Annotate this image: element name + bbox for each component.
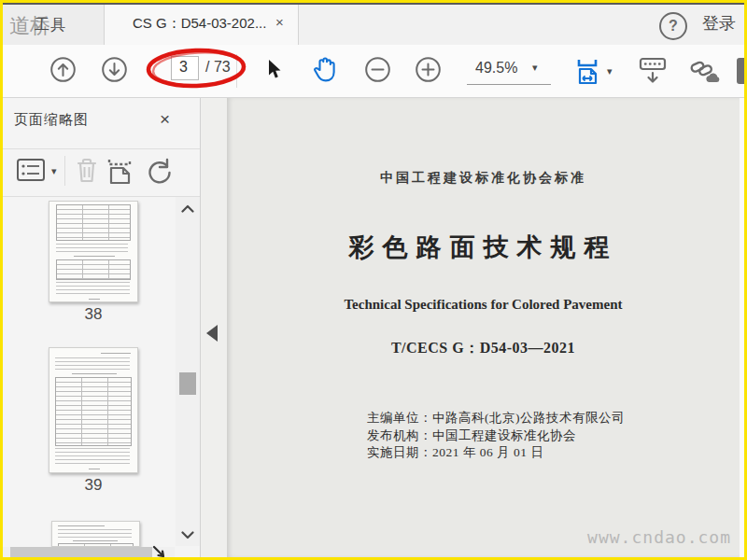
- zoom-in-button[interactable]: [415, 56, 442, 87]
- thumbnail-table-graphic: [55, 377, 132, 446]
- document-page: 中国工程建设标准化协会标准 彩色路面技术规程 Technical Specifi…: [227, 98, 740, 557]
- chevron-down-icon: ▾: [532, 62, 538, 74]
- document-tab-bar: 道桥 工具 CS G：D54-03-202... × ? 登录: [3, 5, 744, 45]
- thumbnail-text-graphic: [56, 244, 128, 252]
- delete-pages-button[interactable]: [74, 156, 100, 189]
- select-tool-button[interactable]: [267, 59, 283, 83]
- zoom-level-value: 49.5%: [475, 60, 517, 77]
- link-cloud-icon: [689, 57, 721, 85]
- fit-width-icon: [572, 55, 604, 87]
- thumbnail-table-graphic: [56, 204, 131, 241]
- zoom-out-button[interactable]: [364, 56, 391, 87]
- implementation-date-line: 实施日期：2021 年 06 月 01 日: [367, 444, 543, 461]
- tools-tab-label: 工具: [35, 16, 66, 35]
- thumbnail-text-graphic: [55, 448, 130, 465]
- main-toolbar: 3 / 73 49.5% ▾: [3, 45, 744, 98]
- cursor-arrow-icon: [267, 59, 283, 79]
- scroll-down-icon[interactable]: [181, 531, 194, 539]
- next-page-button[interactable]: [101, 56, 128, 87]
- mouse-cursor-icon: [152, 545, 167, 560]
- thumbnail-text-graphic: [55, 357, 130, 370]
- association-standard-line: 中国工程建设标准化协会标准: [227, 170, 740, 187]
- thumbnail-page-38[interactable]: [49, 201, 138, 302]
- rotate-counterclockwise-icon: [145, 158, 173, 186]
- thumbnail-label: 39: [49, 476, 138, 495]
- extract-page-icon: [104, 156, 139, 186]
- rotate-pages-button[interactable]: [145, 158, 173, 189]
- thumbnail-caption-graphic: [74, 256, 115, 257]
- page-display-mode-button[interactable]: [572, 55, 604, 91]
- page-number-annotation-ellipse: [143, 48, 255, 92]
- thumbnail-page-39[interactable]: [49, 347, 138, 473]
- help-button[interactable]: ?: [659, 12, 687, 40]
- trash-icon: [74, 156, 100, 186]
- thumbnail-caption-graphic: [72, 373, 117, 374]
- dock-toolbar-button[interactable]: [638, 57, 668, 89]
- toolbar-separator: [236, 54, 237, 88]
- thumbnail-text-graphic: [56, 282, 130, 297]
- acrobat-window: 道桥 工具 CS G：D54-03-202... × ? 登录 3 / 73: [0, 0, 747, 560]
- scroll-up-icon[interactable]: [181, 204, 194, 213]
- thumbnails-horizontal-scrollbar[interactable]: [3, 547, 175, 558]
- standard-code: T/CECS G：D54-03—2021: [227, 339, 740, 358]
- list-options-icon: [16, 157, 48, 183]
- chevron-down-icon[interactable]: ▾: [51, 165, 57, 177]
- divider: [3, 148, 200, 149]
- tab-tools[interactable]: 道桥 工具: [3, 5, 104, 45]
- document-title-english: Technical Specifications for Colored Pav…: [227, 297, 740, 313]
- zoom-level-dropdown[interactable]: 49.5% ▾: [467, 54, 551, 85]
- thumbnail-label: 38: [49, 305, 138, 324]
- toolbar-separator: [64, 156, 65, 186]
- document-tab-title: CS G：D54-03-202...: [133, 15, 266, 33]
- extract-pages-button[interactable]: [104, 156, 139, 189]
- share-link-button[interactable]: [689, 57, 721, 89]
- chief-editor-line: 主编单位：中路高科(北京)公路技术有限公司: [367, 410, 625, 427]
- hand-tool-button[interactable]: [312, 56, 337, 88]
- keyboard-download-icon: [638, 57, 668, 85]
- panel-title: 页面缩略图: [14, 111, 89, 129]
- thumbnail-pagenum-graphic: [89, 469, 100, 469]
- minus-circle-icon: [364, 56, 391, 83]
- close-tab-icon[interactable]: ×: [275, 14, 284, 30]
- hand-pan-icon: [312, 56, 337, 84]
- thumbnail-caption-graphic: [73, 540, 118, 541]
- divider: [3, 196, 200, 197]
- thumbnail-header-graphic: [101, 353, 131, 354]
- collapse-panel-handle[interactable]: [206, 325, 218, 342]
- sign-in-link[interactable]: 登录: [702, 12, 736, 35]
- publisher-line: 发布机构：中国工程建设标准化协会: [367, 427, 576, 444]
- page-thumbnails-panel: 页面缩略图 × ▾: [3, 98, 201, 557]
- scrollbar-thumb[interactable]: [10, 547, 152, 558]
- thumbnail-pagenum-graphic: [89, 299, 100, 300]
- chevron-down-icon[interactable]: ▾: [607, 65, 613, 77]
- thumbnail-text-graphic: [58, 529, 132, 538]
- page-count-label: / 73: [205, 59, 231, 76]
- arrow-down-circle-icon: [101, 56, 128, 83]
- clipped-toolbar-icon: [737, 58, 745, 84]
- close-panel-icon[interactable]: ×: [160, 109, 170, 130]
- tab-document[interactable]: CS G：D54-03-202... ×: [104, 5, 299, 45]
- previous-page-button[interactable]: [49, 56, 77, 87]
- document-title-chinese: 彩色路面技术规程: [227, 231, 740, 264]
- help-icon: ?: [659, 12, 687, 40]
- thumbnail-options-button[interactable]: [16, 157, 48, 187]
- page-edge: [740, 98, 744, 557]
- thumbnail-table-graphic: [56, 259, 131, 280]
- page-number-input[interactable]: 3: [171, 56, 199, 80]
- plus-circle-icon: [415, 56, 442, 83]
- site-watermark: www.cndao.com: [227, 527, 731, 547]
- thumbnails-vertical-scrollbar[interactable]: [176, 197, 200, 546]
- arrow-up-circle-icon: [49, 56, 77, 83]
- thumbnail-page-40[interactable]: [51, 521, 140, 547]
- thumbnail-header-graphic: [58, 525, 105, 526]
- scrollbar-thumb[interactable]: [179, 372, 196, 395]
- app-body: 页面缩略图 × ▾: [3, 98, 744, 557]
